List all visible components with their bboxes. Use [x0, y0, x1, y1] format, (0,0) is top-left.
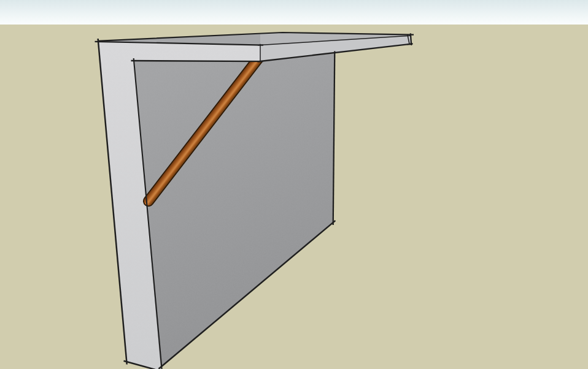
- viewport-canvas[interactable]: [0, 0, 588, 369]
- edge-frame-bottom: [131, 61, 263, 61]
- sky-background: [0, 0, 588, 25]
